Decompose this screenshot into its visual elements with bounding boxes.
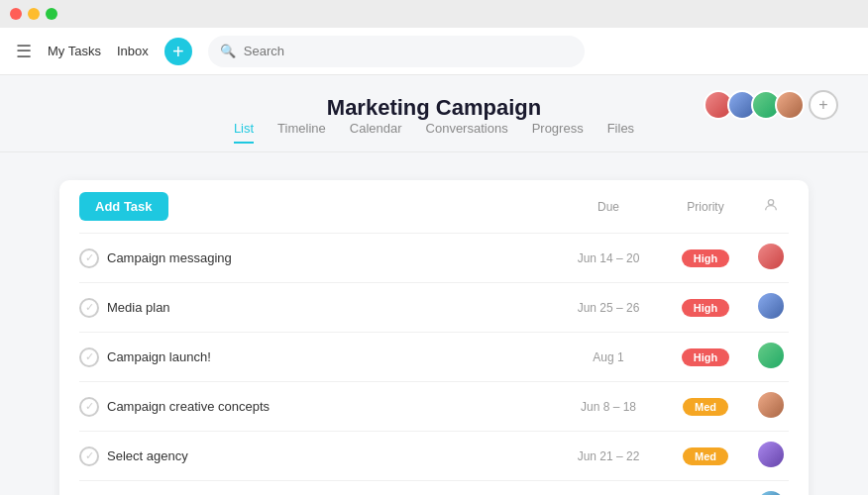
tab-timeline[interactable]: Timeline [277,121,326,144]
assignee-column-header [753,197,789,216]
assignee-avatar [758,392,784,418]
priority-badge: High [682,348,729,366]
assignee-avatar [758,343,784,368]
tab-calendar[interactable]: Calendar [350,121,402,144]
task-due: Jun 8 – 18 [559,400,658,414]
task-assignee[interactable] [753,244,789,272]
task-row: ✓ Campaign creative concepts Jun 8 – 18 … [79,381,789,431]
priority-badge: High [682,249,729,267]
search-icon: 🔍 [220,44,236,58]
maximize-dot[interactable] [46,8,57,20]
person-icon [763,197,779,213]
assignee-avatar [758,442,784,467]
assignee-avatar [758,244,784,269]
tab-bar: List Timeline Calendar Conversations Pro… [0,121,868,152]
task-assignee[interactable] [753,442,789,470]
task-name: Select agency [107,448,551,463]
task-row: ✓ Campaign launch! Aug 1 High [79,332,789,381]
task-row: ✓ Select agency Jun 21 – 22 Med [79,431,789,480]
task-due: Jun 14 – 20 [559,251,658,265]
task-assignee[interactable] [753,343,789,371]
task-name: Campaign creative concepts [107,399,551,414]
search-input[interactable] [244,44,573,58]
svg-point-0 [768,200,773,205]
title-bar [0,0,868,28]
add-collaborator-button[interactable]: + [809,90,838,120]
tab-files[interactable]: Files [607,121,634,144]
tab-progress[interactable]: Progress [532,121,584,144]
my-tasks-link[interactable]: My Tasks [48,44,101,58]
tab-conversations[interactable]: Conversations [426,121,508,144]
task-priority[interactable]: Med [666,398,745,416]
minimize-dot[interactable] [28,8,40,20]
inbox-link[interactable]: Inbox [117,44,149,58]
close-dot[interactable] [10,8,22,20]
task-card: Add Task Due Priority ✓ Campaign messagi… [59,180,809,495]
task-checkbox[interactable]: ✓ [79,248,99,268]
collaborator-avatars [704,90,805,120]
task-checkbox[interactable]: ✓ [79,298,99,318]
task-checkbox[interactable]: ✓ [79,347,99,367]
search-bar: 🔍 [208,36,585,67]
task-priority[interactable]: High [666,249,745,267]
task-due: Aug 1 [559,350,658,364]
task-rows: ✓ Campaign messaging Jun 14 – 20 High ✓ … [79,233,789,495]
assignee-avatar [758,293,784,319]
task-due: Jun 21 – 22 [559,449,658,463]
task-row: ✓ Videos assets completed Jul 20 Med [79,480,789,495]
assignee-avatar [758,491,784,495]
task-priority[interactable]: High [666,299,745,317]
task-name: Campaign launch! [107,349,551,364]
priority-column-header: Priority [666,200,745,214]
due-column-header: Due [559,200,658,214]
task-assignee[interactable] [753,293,789,322]
task-list-header: Add Task Due Priority [79,192,789,233]
tab-list[interactable]: List [234,121,254,144]
avatar[interactable] [775,90,805,120]
task-row: ✓ Media plan Jun 25 – 26 High [79,282,789,332]
avatar-group: + [704,90,838,120]
task-due: Jun 25 – 26 [559,301,658,315]
task-checkbox[interactable]: ✓ [79,397,99,417]
priority-badge: Med [683,447,728,465]
task-assignee[interactable] [753,392,789,421]
add-button[interactable]: + [164,38,192,65]
top-nav: ☰ My Tasks Inbox + 🔍 [0,28,868,75]
nav-links: My Tasks Inbox [48,44,149,58]
task-checkbox[interactable]: ✓ [79,446,99,466]
task-name: Campaign messaging [107,250,551,265]
task-row: ✓ Campaign messaging Jun 14 – 20 High [79,233,789,282]
task-priority[interactable]: Med [666,447,745,465]
menu-icon[interactable]: ☰ [16,41,32,62]
task-name: Media plan [107,300,551,315]
task-assignee[interactable] [753,491,789,495]
priority-badge: High [682,299,729,317]
main-content: Add Task Due Priority ✓ Campaign messagi… [0,170,868,495]
task-priority[interactable]: High [666,348,745,366]
priority-badge: Med [683,398,728,416]
page-header: Marketing Campaign + List Timeline Calen… [0,75,868,170]
add-task-button[interactable]: Add Task [79,192,168,221]
